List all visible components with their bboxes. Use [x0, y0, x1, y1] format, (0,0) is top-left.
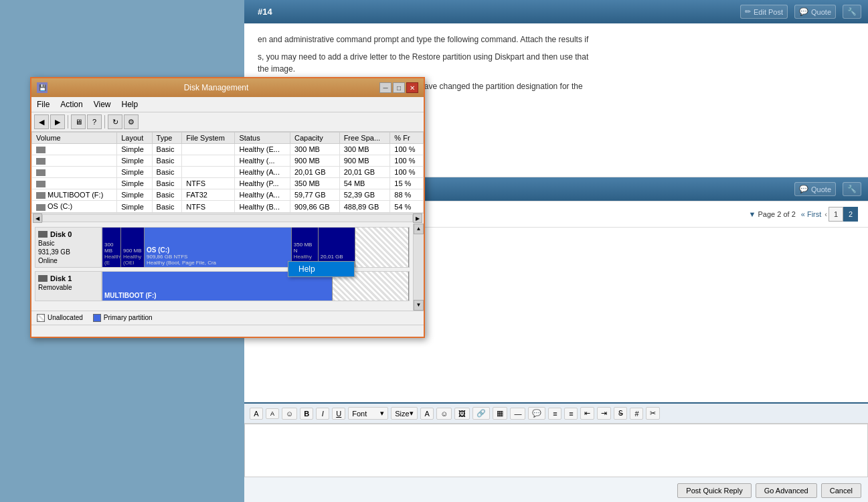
- toolbar-strikethrough[interactable]: S̶: [614, 407, 627, 420]
- toolbar-quote[interactable]: 💬: [528, 407, 545, 420]
- page-indicator: ▼: [749, 210, 756, 218]
- scroll-up-button[interactable]: ▲: [414, 224, 424, 234]
- table-row[interactable]: SimpleBasicHealthy (...900 MB900 MB100 %: [32, 155, 424, 167]
- window-controls: ─ □ ✕: [379, 82, 418, 93]
- cell-pct: 15 %: [390, 178, 424, 189]
- table-row[interactable]: SimpleBasicHealthy (E...300 MB300 MB100 …: [32, 144, 424, 155]
- back-button[interactable]: ◀: [34, 114, 49, 129]
- disk-0-part-2[interactable]: 900 MB Healthy (OEI: [121, 228, 145, 267]
- cell-type: Basic: [152, 167, 182, 178]
- refresh-button[interactable]: ↻: [108, 114, 122, 129]
- toolbar-indent-left[interactable]: ⇤: [580, 407, 594, 420]
- settings-button[interactable]: ⚙: [124, 114, 139, 129]
- disk-management-window: 💾 Disk Management ─ □ ✕ File Action View…: [30, 77, 425, 338]
- disk-0-unallocated[interactable]: [355, 228, 409, 267]
- cell-type: Basic: [152, 144, 182, 155]
- col-status: Status: [235, 133, 290, 144]
- table-row[interactable]: SimpleBasicHealthy (A...20,01 GB20,01 GB…: [32, 167, 424, 178]
- cell-capacity: 300 MB: [290, 144, 340, 155]
- legend-primary-box: [93, 314, 101, 322]
- minimize-button[interactable]: ─: [379, 82, 392, 93]
- forward-button[interactable]: ▶: [50, 114, 65, 129]
- maximize-button[interactable]: □: [393, 82, 405, 93]
- col-pct: % Fr: [390, 133, 424, 144]
- volume-icon: [36, 169, 46, 176]
- window-toolbar: ◀ ▶ 🖥 ? ↻ ⚙: [31, 112, 424, 132]
- toolbar-cut[interactable]: ✂: [646, 407, 660, 420]
- first-page-link[interactable]: « First: [801, 210, 822, 218]
- close-button[interactable]: ✕: [406, 82, 418, 93]
- disk-visual-wrapper: Disk 0 Basic 931,39 GB Online 300 MB Hea…: [31, 224, 424, 311]
- context-menu-help[interactable]: Help: [288, 262, 354, 276]
- cell-status: Healthy (B...: [235, 201, 290, 212]
- compose-actions: Post Quick Reply Go Advanced Cancel: [244, 479, 868, 502]
- toolbar-font-size-2[interactable]: A: [266, 408, 279, 419]
- cancel-button[interactable]: Cancel: [821, 483, 861, 498]
- quote-button[interactable]: 💬 Quote: [794, 5, 836, 19]
- toolbar-text-color[interactable]: A: [420, 408, 434, 420]
- prev-page-button[interactable]: ‹: [823, 210, 829, 218]
- more-button-bottom[interactable]: 🔧: [843, 182, 861, 196]
- toolbar-sep-2: [104, 115, 105, 129]
- toolbar-hr[interactable]: —: [510, 408, 525, 420]
- toolbar-smiley-2[interactable]: ☺: [436, 408, 452, 420]
- toolbar-font-size-1[interactable]: A: [250, 408, 263, 420]
- toolbar-indent-right[interactable]: ⇥: [597, 407, 611, 420]
- disk-visual-area: Disk 0 Basic 931,39 GB Online 300 MB Hea…: [31, 224, 413, 311]
- col-capacity: Capacity: [290, 133, 340, 144]
- toolbar-insert-table[interactable]: ▦: [493, 407, 507, 420]
- action-menu[interactable]: Action: [55, 98, 88, 110]
- file-menu[interactable]: File: [31, 98, 55, 110]
- cell-layout: Simple: [117, 189, 152, 201]
- table-row[interactable]: SimpleBasicNTFSHealthy (P...350 MB54 MB1…: [32, 178, 424, 189]
- toolbar-italic[interactable]: I: [316, 408, 329, 420]
- cell-capacity: 900 MB: [290, 155, 340, 167]
- help-menu[interactable]: Help: [116, 98, 144, 110]
- toolbar-bold[interactable]: B: [300, 408, 313, 420]
- page-1-button[interactable]: 1: [829, 207, 843, 222]
- cell-free: 488,89 GB: [339, 201, 390, 212]
- toolbar-hashtag[interactable]: #: [630, 408, 643, 420]
- cell-pct: 100 %: [390, 155, 424, 167]
- toolbar-size-select[interactable]: Size▾: [391, 407, 418, 420]
- disk-0-part-os[interactable]: OS (C:) 909,86 GB NTFS Healthy (Boot, Pa…: [145, 228, 292, 267]
- cell-type: Basic: [152, 189, 182, 201]
- table-row[interactable]: MULTIBOOT (F:)SimpleBasicFAT32Healthy (A…: [32, 189, 424, 201]
- window-titlebar[interactable]: 💾 Disk Management ─ □ ✕: [31, 78, 424, 97]
- help-button-2[interactable]: ?: [87, 114, 102, 129]
- scroll-down-button[interactable]: ▼: [414, 300, 424, 311]
- properties-button[interactable]: 🖥: [71, 114, 86, 129]
- cell-type: Basic: [152, 201, 182, 212]
- toolbar-insert-image[interactable]: 🖼: [454, 408, 470, 420]
- toolbar-insert-smiley[interactable]: ☺: [282, 408, 297, 420]
- post-number: #14: [258, 7, 272, 17]
- disk-0-part-1[interactable]: 300 MB Healthy (E: [102, 228, 121, 267]
- page-2-button[interactable]: 2: [843, 207, 858, 222]
- scroll-track[interactable]: [42, 214, 413, 222]
- toolbar-underline[interactable]: U: [332, 408, 345, 420]
- post-text-1: en and administrative command prompt and…: [258, 33, 855, 46]
- window-title: Disk Management: [53, 83, 379, 92]
- scroll-right-button[interactable]: ▶: [413, 214, 422, 223]
- edit-post-button[interactable]: ✏ Edit Post: [740, 5, 788, 19]
- disk-visual-scrollbar[interactable]: ▲ ▼: [413, 224, 424, 311]
- toolbar-ordered-list[interactable]: ≡: [548, 408, 561, 420]
- cell-pct: 100 %: [390, 167, 424, 178]
- quote-button-bottom[interactable]: 💬 Quote: [794, 182, 836, 196]
- reply-textarea[interactable]: [244, 424, 868, 477]
- toolbar-unordered-list[interactable]: ≡: [564, 408, 578, 420]
- go-advanced-button[interactable]: Go Advanced: [756, 483, 817, 498]
- disk-1-partitions: MULTIBOOT (F:): [102, 271, 410, 301]
- context-menu: Help: [288, 261, 355, 277]
- cell-pct: 100 %: [390, 144, 424, 155]
- scroll-left-button[interactable]: ◀: [33, 214, 42, 223]
- horizontal-scrollbar[interactable]: ◀ ▶: [31, 213, 424, 224]
- cell-type: Basic: [152, 155, 182, 167]
- toolbar-insert-link[interactable]: 🔗: [472, 407, 490, 420]
- more-button[interactable]: 🔧: [843, 5, 861, 19]
- table-row[interactable]: OS (C:)SimpleBasicNTFSHealthy (B...909,8…: [32, 201, 424, 212]
- toolbar-font-select[interactable]: Font▾: [348, 407, 388, 420]
- view-menu[interactable]: View: [88, 98, 116, 110]
- cell-pct: 88 %: [390, 189, 424, 201]
- post-quick-reply-button[interactable]: Post Quick Reply: [677, 483, 751, 498]
